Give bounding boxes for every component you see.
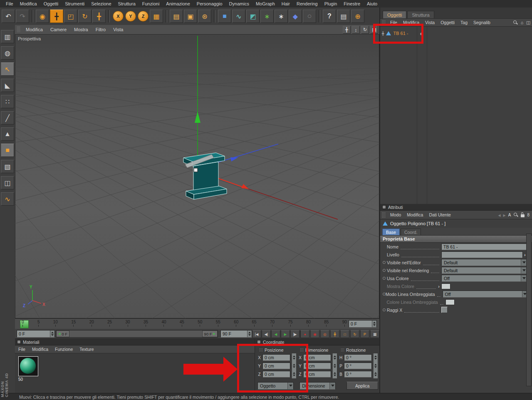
menubar-item[interactable]: Animazione xyxy=(163,1,193,6)
uv-mode-icon[interactable] xyxy=(1,176,14,189)
search-icon[interactable] xyxy=(513,212,518,217)
visible-render-select[interactable]: Default xyxy=(441,267,527,274)
level-arrow-icon[interactable] xyxy=(524,252,526,257)
spline-edit-icon[interactable] xyxy=(1,192,14,206)
viewport-label[interactable]: Prospettiva xyxy=(18,36,41,41)
ruler-tick[interactable]: 5 xyxy=(37,320,40,327)
range-start-grip[interactable]: 0 F xyxy=(56,330,69,337)
om-menu-item[interactable]: Tag xyxy=(458,20,470,25)
tab-coord[interactable]: Coord. xyxy=(401,229,421,235)
ruler-tick[interactable]: 70 xyxy=(270,320,275,327)
record-keyframe-icon[interactable] xyxy=(300,330,309,338)
render-settings-icon[interactable] xyxy=(198,10,211,23)
menubar-item[interactable]: Rendering xyxy=(293,1,321,6)
ruler-tick[interactable]: 75 xyxy=(288,320,292,327)
add-mograph-icon[interactable] xyxy=(260,10,274,23)
keyframe-selection-icon[interactable] xyxy=(320,330,329,338)
menubar-item[interactable]: Hair xyxy=(278,1,293,6)
menubar-item[interactable]: Selezione xyxy=(88,1,114,6)
group-title[interactable]: Dimensione xyxy=(305,348,328,353)
menubar-item[interactable]: Strumenti xyxy=(62,1,88,6)
ruler-tick[interactable]: 20 xyxy=(89,320,94,327)
rotation-p-field[interactable]: 0 ° xyxy=(344,363,372,369)
axis-mode-icon[interactable] xyxy=(1,62,14,76)
zoom-view-icon[interactable] xyxy=(352,26,360,34)
am-menu-item[interactable]: Modo xyxy=(387,212,404,217)
lock-icon[interactable] xyxy=(521,214,525,217)
point-mode-icon[interactable] xyxy=(1,95,14,108)
ruler-tick[interactable]: 35 xyxy=(144,320,148,327)
ruler-tick[interactable]: 30 xyxy=(126,320,130,327)
autokey-icon[interactable] xyxy=(310,330,319,338)
ruler-frame-spinner[interactable]: 0 F xyxy=(349,320,377,328)
next-key-icon[interactable] xyxy=(290,330,299,338)
add-primitive-icon[interactable] xyxy=(218,10,231,23)
level-field[interactable] xyxy=(441,251,523,258)
attributes-scrollbar[interactable] xyxy=(526,234,532,386)
ruler-tick[interactable]: 55 xyxy=(216,320,220,327)
visible-editor-select[interactable]: Default xyxy=(441,259,527,266)
rotation-b-field[interactable]: 0 ° xyxy=(344,371,372,378)
am-menu-item[interactable]: Dati Utente xyxy=(426,212,454,217)
ruler-tick[interactable]: 85 xyxy=(324,320,329,327)
corner-mode-icon[interactable] xyxy=(1,79,14,92)
shaded-line-color-swatch[interactable] xyxy=(445,299,455,305)
tab-base[interactable]: Base xyxy=(382,229,400,235)
ruler-tick[interactable]: 40 xyxy=(161,320,166,327)
ruler-tick[interactable]: 60 xyxy=(234,320,238,327)
viewport-menu-item[interactable]: Camere xyxy=(47,27,70,32)
om-menu-item[interactable]: Vista xyxy=(422,20,438,25)
add-spline-icon[interactable] xyxy=(232,10,245,23)
xray-checkbox[interactable] xyxy=(441,307,448,313)
am-menu-item[interactable]: Modifica xyxy=(404,212,426,217)
tab-oggetti[interactable]: Oggetti xyxy=(383,11,406,18)
lock-z-button[interactable]: Z xyxy=(138,11,148,22)
add-deformer-icon[interactable] xyxy=(303,10,316,23)
menubar-item[interactable]: Aiuto xyxy=(364,1,381,6)
ruler-tick[interactable]: 65 xyxy=(252,320,257,327)
materials-header[interactable]: Materiali xyxy=(15,339,255,345)
object-mode-icon[interactable] xyxy=(1,144,14,157)
timeline-ruler[interactable]: 051015202530354045505560657075808590 0 F xyxy=(15,318,379,330)
menubar-item[interactable]: Dynamics xyxy=(226,1,252,6)
menubar-item[interactable]: MoGraph xyxy=(252,1,278,6)
ruler-tick[interactable]: 90 xyxy=(342,320,347,327)
materials-menu-item[interactable]: Texture xyxy=(76,347,97,352)
current-frame-spinner[interactable]: 0 F xyxy=(17,330,55,338)
viewport-menu-item[interactable]: Vista xyxy=(109,27,127,32)
undo-icon[interactable] xyxy=(2,10,15,23)
materials-menu-item[interactable]: Funzione xyxy=(52,347,76,352)
help-icon[interactable] xyxy=(323,10,336,23)
scale-tool-icon[interactable] xyxy=(64,10,77,23)
menubar-item[interactable]: Funzioni xyxy=(139,1,163,6)
section-header[interactable]: Proprietà Base xyxy=(380,236,532,243)
menubar-item[interactable]: Plugin xyxy=(321,1,341,6)
viewport-menu-item[interactable]: Mostra xyxy=(70,27,92,32)
range-end-grip[interactable]: 90 F xyxy=(202,330,218,337)
ruler-tick[interactable]: 25 xyxy=(107,320,112,327)
rotate-tool-icon[interactable] xyxy=(78,10,92,23)
menubar-item[interactable]: Struttura xyxy=(115,1,139,6)
texture-mode-icon[interactable] xyxy=(1,160,14,173)
viewport-menu-item[interactable]: Modifica xyxy=(22,27,47,32)
record-rotation-icon[interactable] xyxy=(350,330,359,338)
prev-frame-icon[interactable] xyxy=(271,330,280,338)
panel-grip[interactable] xyxy=(17,26,20,32)
materials-menu-item[interactable]: File xyxy=(15,347,29,352)
move-tool-icon[interactable] xyxy=(50,10,63,23)
panel-grip[interactable] xyxy=(382,212,386,218)
prev-key-icon[interactable] xyxy=(262,330,271,338)
chain-icon[interactable] xyxy=(527,212,530,217)
last-tool-icon[interactable] xyxy=(92,10,106,23)
display-color-swatch[interactable] xyxy=(441,283,450,289)
om-menu-item[interactable]: Segnalib xyxy=(470,20,493,25)
record-pla-icon[interactable] xyxy=(370,330,379,338)
rotation-h-field[interactable]: 0 ° xyxy=(344,354,372,361)
coordinate-system-icon[interactable] xyxy=(150,10,163,23)
panel-icon[interactable] xyxy=(526,20,530,25)
apply-button[interactable]: Applica xyxy=(346,382,378,390)
attributes-header[interactable]: Attributi xyxy=(380,204,532,211)
ruler-tick[interactable]: 45 xyxy=(180,320,184,327)
use-color-select[interactable]: Off xyxy=(441,275,527,282)
live-selection-icon[interactable] xyxy=(36,10,49,23)
